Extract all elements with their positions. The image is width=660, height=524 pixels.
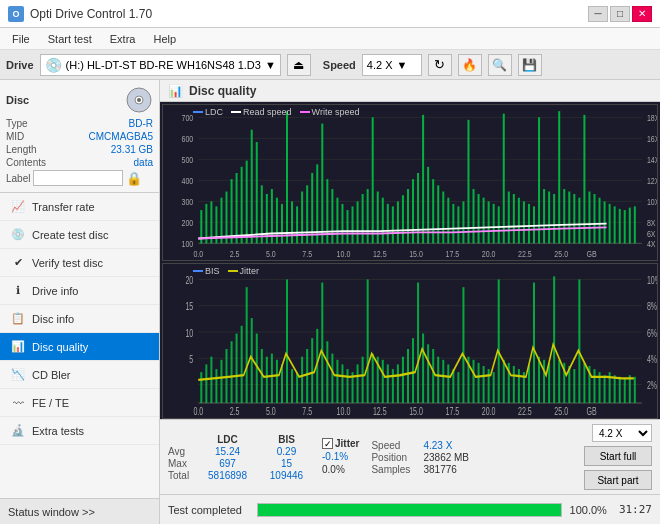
svg-text:22.5: 22.5 (518, 405, 532, 417)
status-window-button[interactable]: Status window >> (0, 498, 159, 524)
sidebar-label-disc-quality: Disc quality (32, 341, 88, 353)
chart2-svg: 20 15 10 5 10% 8% 6% 4% 2% 0.0 2.5 5.0 7… (163, 264, 657, 419)
svg-rect-74 (382, 198, 384, 244)
svg-rect-67 (346, 210, 348, 243)
svg-rect-207 (473, 359, 475, 402)
sidebar-item-drive-info[interactable]: ℹ Drive info (0, 277, 159, 305)
eject-button[interactable]: ⏏ (287, 54, 311, 76)
svg-rect-174 (306, 348, 308, 402)
max-jitter: 0.0% (322, 464, 345, 475)
sidebar-item-disc-info[interactable]: 📋 Disc info (0, 305, 159, 333)
sidebar-label-extra-tests: Extra tests (32, 425, 84, 437)
svg-rect-66 (341, 204, 343, 244)
svg-rect-79 (407, 189, 409, 243)
drive-selector[interactable]: 💿 (H:) HL-DT-ST BD-RE WH16NS48 1.D3 ▼ (40, 54, 281, 76)
sidebar-item-fe-te[interactable]: 〰 FE / TE (0, 389, 159, 417)
minimize-button[interactable]: ─ (588, 6, 608, 22)
maximize-button[interactable]: □ (610, 6, 630, 22)
speed-label: Speed (323, 59, 356, 71)
svg-rect-57 (296, 206, 298, 243)
col-bis-header: BIS (259, 434, 314, 445)
svg-rect-112 (573, 194, 575, 243)
svg-text:10%: 10% (647, 274, 657, 286)
svg-text:12.5: 12.5 (373, 249, 387, 259)
burn-button[interactable]: 🔥 (458, 54, 482, 76)
svg-text:10: 10 (185, 327, 193, 339)
svg-rect-181 (341, 364, 343, 403)
disc-title: Disc (6, 94, 29, 106)
svg-rect-124 (634, 206, 636, 243)
svg-rect-208 (478, 362, 480, 402)
menu-help[interactable]: Help (145, 31, 184, 47)
menu-start-test[interactable]: Start test (40, 31, 100, 47)
svg-rect-189 (382, 359, 384, 402)
sidebar-item-transfer-rate[interactable]: 📈 Transfer rate (0, 193, 159, 221)
cd-bler-icon: 📉 (10, 367, 26, 383)
sidebar-item-create-test-disc[interactable]: 💿 Create test disc (0, 221, 159, 249)
label-icon[interactable]: 🔒 (126, 171, 142, 186)
ldc-legend: LDC (205, 107, 223, 117)
svg-rect-86 (442, 192, 444, 244)
svg-rect-71 (367, 189, 369, 243)
jitter-legend: Jitter (240, 266, 260, 276)
close-button[interactable]: ✕ (632, 6, 652, 22)
svg-text:7.5: 7.5 (302, 405, 312, 417)
speed-selector[interactable]: 4.2 X ▼ (362, 54, 422, 76)
svg-text:2.5: 2.5 (230, 405, 240, 417)
menu-extra[interactable]: Extra (102, 31, 144, 47)
svg-text:GB: GB (586, 249, 596, 259)
start-full-button[interactable]: Start full (584, 446, 652, 466)
svg-rect-47 (246, 161, 248, 244)
svg-text:17.5: 17.5 (445, 405, 459, 417)
svg-text:5.0: 5.0 (266, 405, 276, 417)
svg-rect-80 (412, 179, 414, 243)
svg-text:20: 20 (185, 274, 193, 286)
svg-rect-115 (588, 192, 590, 244)
svg-rect-167 (271, 353, 273, 402)
jitter-checkbox[interactable]: ✓ (322, 438, 333, 449)
svg-rect-191 (392, 369, 394, 403)
svg-rect-87 (447, 198, 449, 244)
save-button[interactable]: 💾 (518, 54, 542, 76)
svg-rect-185 (362, 356, 364, 402)
app-icon: O (8, 6, 24, 22)
scan-button[interactable]: 🔍 (488, 54, 512, 76)
sidebar-label-create-test: Create test disc (32, 229, 108, 241)
progress-bar (257, 503, 562, 517)
svg-rect-95 (488, 201, 490, 243)
speed-dropdown-select[interactable]: 4.2 X 2.0 X 4.0 X (592, 424, 652, 442)
sidebar-item-extra-tests[interactable]: 🔬 Extra tests (0, 417, 159, 445)
svg-rect-237 (624, 378, 626, 403)
bis-legend: BIS (205, 266, 220, 276)
svg-rect-184 (357, 364, 359, 403)
sidebar-item-cd-bler[interactable]: 📉 CD Bler (0, 361, 159, 389)
max-label: Max (168, 458, 196, 469)
svg-text:GB: GB (586, 405, 596, 417)
start-part-button[interactable]: Start part (584, 470, 652, 490)
svg-rect-121 (619, 209, 621, 244)
svg-rect-73 (377, 192, 379, 244)
svg-text:5.0: 5.0 (266, 249, 276, 259)
svg-rect-100 (513, 194, 515, 243)
verify-test-icon: ✔ (10, 255, 26, 271)
time-display: 31:27 (619, 503, 652, 516)
length-value: 23.31 GB (111, 144, 153, 155)
sidebar-item-verify-test-disc[interactable]: ✔ Verify test disc (0, 249, 159, 277)
refresh-button[interactable]: ↻ (428, 54, 452, 76)
svg-rect-222 (548, 362, 550, 402)
svg-rect-161 (241, 325, 243, 402)
svg-text:15.0: 15.0 (409, 249, 423, 259)
sidebar-item-disc-quality[interactable]: 📊 Disc quality (0, 333, 159, 361)
svg-text:200: 200 (181, 218, 193, 228)
svg-rect-110 (563, 189, 565, 243)
svg-text:16X: 16X (647, 134, 657, 144)
svg-rect-219 (533, 282, 535, 403)
chart2-container: BIS Jitter 20 (162, 263, 658, 420)
svg-rect-92 (473, 189, 475, 243)
menu-file[interactable]: File (4, 31, 38, 47)
svg-rect-186 (367, 279, 369, 403)
content-header: 📊 Disc quality (160, 80, 660, 102)
extra-tests-icon: 🔬 (10, 423, 26, 439)
svg-rect-177 (321, 282, 323, 403)
label-input[interactable] (33, 170, 123, 186)
